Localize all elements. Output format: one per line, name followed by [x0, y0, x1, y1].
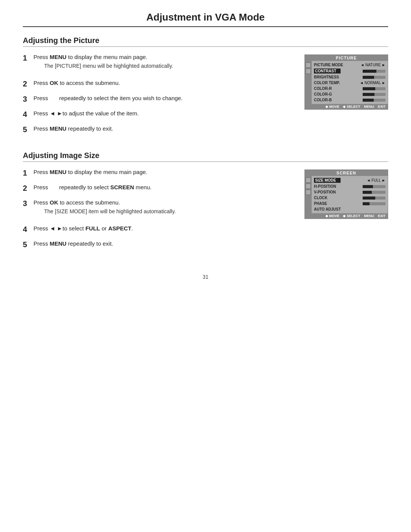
osd2-label-v-position: V-POSITION — [314, 190, 341, 194]
osd1-bar-color-r-fill — [363, 87, 375, 90]
step3-number: 3 — [23, 94, 31, 104]
osd2-sidebar — [305, 176, 312, 213]
osd1-bar-color-g — [363, 93, 386, 96]
section2-step3: 3 Press OK to access the submenu. The [S… — [23, 198, 293, 219]
osd1-row-color-r: COLOR-R — [314, 86, 386, 91]
osd1-label-color-g: COLOR-G — [314, 92, 341, 96]
osd1-footer-menu: MENU — [364, 105, 374, 109]
section2-osd: SCREEN SIZE MODE ◄ FULL ► H-POSITION — [304, 169, 388, 219]
osd1-label-brightness: BRIGHTNESS — [314, 75, 341, 79]
osd2-bar-phase-fill — [363, 202, 370, 205]
osd2-footer-move: ◆ MOVE — [325, 214, 339, 218]
section1-divider — [23, 46, 388, 47]
osd1-btn2 — [306, 69, 311, 74]
osd2-bar-v-position-fill — [363, 191, 372, 194]
osd1-bar-brightness — [363, 76, 386, 79]
osd1-value-color-temp: ◄ NORMAL ► — [360, 81, 386, 85]
section1-osd: PICTURE PICTURE MODE ◄ NATURE ► CONTRAST — [304, 54, 388, 110]
osd2-body: SIZE MODE ◄ FULL ► H-POSITION V-POSITION — [305, 176, 388, 213]
osd2-row-phase: PHASE — [314, 201, 386, 206]
section2-step1: 1 Press MENU to display the menu main pa… — [23, 168, 293, 178]
osd1-footer-select: ◆ SELECT — [343, 105, 360, 109]
section1-step5: 5 Press MENU repeatedly to exit. — [23, 125, 293, 134]
osd2-footer: ◆ MOVE ◆ SELECT MENU EXIT — [305, 213, 388, 219]
osd1-label-contrast: CONTRAST — [314, 69, 341, 73]
s2-step4-number: 4 — [23, 224, 31, 234]
osd1-btn1 — [306, 62, 311, 68]
osd2-btn1 — [306, 177, 311, 183]
osd1-label-picture-mode: PICTURE MODE — [314, 63, 343, 67]
section1-title: Adjusting the Picture — [23, 36, 388, 45]
section2-step4: 4 Press ◄ ►to select FULL or ASPECT. — [23, 224, 293, 234]
section1-step3: 3 Press repeatedly to select the item yo… — [23, 94, 293, 104]
osd2-header: SCREEN — [305, 170, 388, 176]
section1-step2: 2 Press OK to access the submenu. — [23, 79, 293, 89]
osd2-footer-select: ◆ SELECT — [343, 214, 360, 218]
s2-step2-number: 2 — [23, 183, 31, 193]
osd1-rows: PICTURE MODE ◄ NATURE ► CONTRAST BRIGHTN… — [312, 61, 388, 104]
step4-text: Press ◄ ►to adjust the value of the item… — [33, 110, 139, 117]
s2-step3-sub: The [SIZE MODE] item will be highlighted… — [44, 208, 176, 216]
osd2-row-v-position: V-POSITION — [314, 190, 386, 195]
section1-step4: 4 Press ◄ ►to adjust the value of the it… — [23, 109, 293, 119]
s2-step3-text: Press OK to access the submenu. — [33, 199, 120, 206]
osd2-label-phase: PHASE — [314, 201, 341, 206]
section2-content: 1 Press MENU to display the menu main pa… — [23, 168, 388, 255]
s2-step5-number: 5 — [23, 240, 31, 249]
section1-step1: 1 Press MENU to display the menu main pa… — [23, 53, 293, 73]
osd2-bar-clock-fill — [363, 197, 375, 200]
section-adjusting-image-size: Adjusting Image Size 1 Press MENU to dis… — [23, 151, 388, 255]
osd1-value-picture-mode: ◄ NATURE ► — [360, 63, 386, 67]
osd1-label-color-r: COLOR-R — [314, 86, 341, 91]
osd2-label-auto-adjust: AUTO ADJUST — [314, 207, 341, 211]
s2-step5-text: Press MENU repeatedly to exit. — [33, 240, 113, 247]
s2-step1-text: Press MENU to display the menu main page… — [33, 169, 147, 175]
section2-step5: 5 Press MENU repeatedly to exit. — [23, 240, 293, 249]
osd1-header: PICTURE — [305, 55, 388, 61]
osd1-row-color-b: COLOR-B — [314, 97, 386, 102]
step1-number: 1 — [23, 53, 31, 63]
step2-number: 2 — [23, 79, 31, 89]
step1-sub: The [PICTURE] menu will be highlighted a… — [44, 62, 173, 70]
osd1-row-color-temp: COLOR TEMP. ◄ NORMAL ► — [314, 80, 386, 85]
step3-text: Press repeatedly to select the item you … — [33, 95, 183, 101]
osd2-btn2 — [306, 184, 311, 189]
osd1-row-contrast: CONTRAST — [314, 68, 386, 74]
osd2-bar-h-position — [363, 185, 386, 188]
step4-number: 4 — [23, 109, 31, 119]
step5-text: Press MENU repeatedly to exit. — [33, 125, 113, 132]
s2-step2-text: Press repeatedly to select SCREEN menu. — [33, 184, 151, 190]
step2-text: Press OK to access the submenu. — [33, 80, 120, 86]
osd2-footer-exit: EXIT — [378, 214, 386, 218]
osd1-row-picture-mode: PICTURE MODE ◄ NATURE ► — [314, 62, 386, 67]
osd2-btn3 — [306, 190, 311, 195]
osd1-row-brightness: BRIGHTNESS — [314, 75, 386, 80]
osd2-footer-menu: MENU — [364, 214, 374, 218]
osd2-row-auto-adjust: AUTO ADJUST — [314, 207, 386, 212]
osd2-label-size-mode: SIZE MODE — [314, 178, 341, 183]
osd2-row-size-mode: SIZE MODE ◄ FULL ► — [314, 177, 386, 183]
osd1-sidebar — [305, 61, 312, 104]
step1-text: Press MENU to display the menu main page… — [33, 54, 147, 60]
osd2-label-h-position: H-POSITION — [314, 184, 341, 189]
step5-number: 5 — [23, 125, 31, 134]
osd1-label-color-b: COLOR-B — [314, 98, 341, 102]
page-title: Adjustment in VGA Mode — [23, 11, 388, 27]
osd2-bar-v-position — [363, 191, 386, 194]
section2-title: Adjusting Image Size — [23, 151, 388, 160]
osd2-row-h-position: H-POSITION — [314, 184, 386, 189]
osd1-row-color-g: COLOR-G — [314, 92, 386, 97]
osd2-bar-phase — [363, 202, 386, 205]
osd1-footer: ◆ MOVE ◆ SELECT MENU EXIT — [305, 104, 388, 109]
osd2-bar-h-position-fill — [363, 185, 373, 188]
osd1-footer-exit: EXIT — [378, 105, 386, 109]
osd1-bar-contrast-fill — [363, 70, 376, 73]
osd1-label-color-temp: COLOR TEMP. — [314, 81, 341, 85]
section2-steps: 1 Press MENU to display the menu main pa… — [23, 168, 293, 255]
osd2-rows: SIZE MODE ◄ FULL ► H-POSITION V-POSITION — [312, 176, 388, 213]
osd2-bar-clock — [363, 197, 386, 200]
section2-divider — [23, 161, 388, 162]
osd2-row-clock: CLOCK — [314, 195, 386, 200]
osd1-bar-color-b — [363, 99, 386, 102]
osd2-value-size-mode: ◄ FULL ► — [367, 178, 386, 182]
